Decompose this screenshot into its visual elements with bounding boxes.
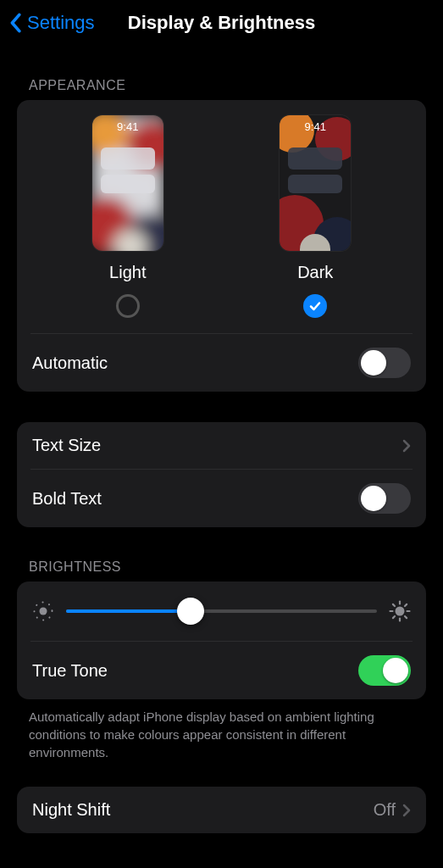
svg-line-22: [405, 604, 407, 606]
svg-point-12: [40, 608, 47, 615]
text-group: Text Size Bold Text: [17, 422, 426, 527]
night-shift-row[interactable]: Night Shift Off: [17, 787, 426, 833]
preview-widget: [101, 175, 155, 193]
chevron-right-icon: [402, 439, 411, 453]
night-shift-label: Night Shift: [32, 800, 110, 820]
true-tone-switch[interactable]: [358, 655, 411, 686]
svg-point-14: [396, 607, 405, 616]
appearance-option-dark[interactable]: 9:41 Dark: [222, 115, 410, 318]
automatic-label: Automatic: [32, 353, 108, 373]
appearance-dark-radio[interactable]: [303, 294, 327, 318]
chevron-right-icon: [402, 804, 411, 817]
brightness-slider[interactable]: [66, 609, 377, 613]
automatic-switch[interactable]: [358, 348, 411, 378]
preview-widget: [101, 147, 155, 170]
true-tone-footnote: Automatically adapt iPhone display based…: [0, 699, 443, 761]
svg-line-21: [393, 616, 395, 618]
bold-text-switch[interactable]: [358, 483, 411, 514]
appearance-section-label: APPEARANCE: [0, 46, 443, 100]
preview-time: 9:41: [92, 120, 163, 133]
appearance-light-radio[interactable]: [116, 294, 140, 318]
appearance-option-light[interactable]: 9:41 Light: [34, 115, 222, 318]
svg-line-19: [393, 604, 395, 606]
preview-time: 9:41: [280, 120, 351, 133]
true-tone-row[interactable]: True Tone: [17, 642, 426, 699]
text-size-row[interactable]: Text Size: [17, 422, 426, 469]
svg-line-20: [405, 616, 407, 618]
bold-text-label: Bold Text: [32, 489, 102, 509]
appearance-group: 9:41 Light 9:41 Dark: [17, 100, 426, 392]
appearance-dark-label: Dark: [297, 263, 333, 282]
brightness-group: True Tone: [17, 581, 426, 699]
preview-widget: [288, 175, 342, 193]
preview-widget: [288, 147, 342, 170]
nav-bar: Settings Display & Brightness: [0, 0, 443, 46]
automatic-row[interactable]: Automatic: [17, 334, 426, 392]
night-shift-value: Off: [374, 800, 396, 820]
bold-text-row[interactable]: Bold Text: [17, 470, 426, 527]
back-label: Settings: [27, 12, 95, 34]
light-preview: 9:41: [92, 115, 163, 251]
brightness-low-icon: [32, 600, 54, 622]
appearance-options: 9:41 Light 9:41 Dark: [17, 100, 426, 333]
brightness-slider-thumb[interactable]: [177, 598, 204, 625]
back-button[interactable]: Settings: [0, 12, 95, 34]
true-tone-label: True Tone: [32, 661, 108, 681]
appearance-light-label: Light: [109, 263, 146, 282]
dark-preview: 9:41: [280, 115, 351, 251]
night-shift-group: Night Shift Off: [17, 787, 426, 833]
brightness-slider-row: [17, 581, 426, 641]
brightness-high-icon: [389, 600, 411, 622]
chevron-left-icon: [8, 13, 22, 33]
text-size-label: Text Size: [32, 436, 101, 455]
checkmark-icon: [308, 299, 322, 313]
brightness-section-label: BRIGHTNESS: [0, 527, 443, 581]
